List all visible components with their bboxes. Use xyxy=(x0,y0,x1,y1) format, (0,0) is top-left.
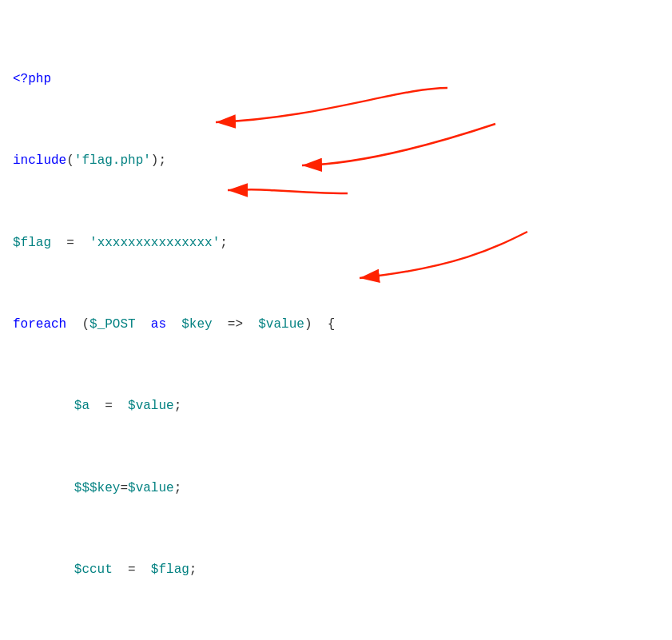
code-line-4: foreach ($_POST as $key => $value) { xyxy=(13,315,659,336)
code-line-1: <?php xyxy=(13,70,659,90)
code-line-2: include('flag.php'); xyxy=(13,151,659,172)
code-line-5: $a = $value; xyxy=(13,396,659,417)
code-line-3: $flag = 'xxxxxxxxxxxxxxx'; xyxy=(13,233,659,254)
code-block: <?php include('flag.php'); $flag = 'xxxx… xyxy=(13,8,659,640)
code-line-7: $ccut = $flag; xyxy=(13,560,659,581)
code-line-6: $$$key=$value; xyxy=(13,479,659,499)
